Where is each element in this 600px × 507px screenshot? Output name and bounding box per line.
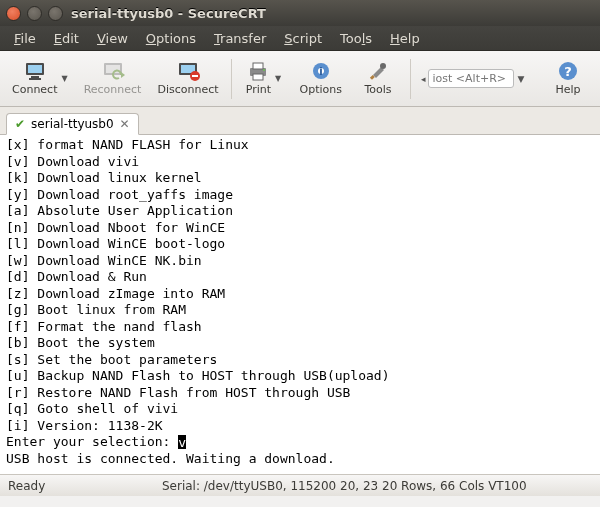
terminal-line: [x] format NAND FLASH for Linux bbox=[6, 137, 594, 154]
tools-label: Tools bbox=[364, 83, 391, 96]
connected-check-icon: ✔ bbox=[15, 117, 25, 131]
terminal-line: [k] Download linux kernel bbox=[6, 170, 594, 187]
menu-edit[interactable]: Edit bbox=[46, 29, 87, 48]
tab-serial-ttyusb0[interactable]: ✔ serial-ttyusb0 ✕ bbox=[6, 113, 139, 135]
terminal-line: USB host is connected. Waiting a downloa… bbox=[6, 451, 594, 468]
reconnect-icon bbox=[101, 61, 125, 81]
connect-button[interactable]: Connect ▼ bbox=[4, 55, 76, 103]
window-minimize-button[interactable] bbox=[27, 6, 42, 21]
menu-transfer[interactable]: Transfer bbox=[206, 29, 274, 48]
options-icon: i bbox=[310, 61, 332, 81]
svg-rect-10 bbox=[192, 75, 198, 77]
svg-marker-6 bbox=[121, 72, 125, 78]
window-controls bbox=[6, 6, 63, 21]
terminal-line: [n] Download Nboot for WinCE bbox=[6, 220, 594, 237]
menu-bar: File Edit View Options Transfer Script T… bbox=[0, 26, 600, 51]
svg-point-14 bbox=[263, 69, 265, 71]
menu-view[interactable]: View bbox=[89, 29, 136, 48]
toolbar: Connect ▼ Reconnect Disconnect Print ▼ i… bbox=[0, 51, 600, 107]
toolbar-separator bbox=[410, 59, 411, 99]
cursor: v bbox=[178, 435, 186, 449]
svg-text:?: ? bbox=[564, 64, 572, 79]
host-history-right-icon[interactable]: ▼ bbox=[518, 74, 525, 84]
connect-icon bbox=[23, 61, 47, 81]
print-icon bbox=[246, 61, 270, 81]
host-input[interactable]: iost <Alt+R> bbox=[428, 69, 514, 88]
menu-tools[interactable]: Tools bbox=[332, 29, 380, 48]
terminal-line: [z] Download zImage into RAM bbox=[6, 286, 594, 303]
tab-bar: ✔ serial-ttyusb0 ✕ bbox=[0, 107, 600, 135]
terminal-line: [g] Boot linux from RAM bbox=[6, 302, 594, 319]
help-icon: ? bbox=[557, 61, 579, 81]
host-history-left-icon[interactable]: ◂ bbox=[421, 74, 426, 84]
terminal-line: [d] Download & Run bbox=[6, 269, 594, 286]
help-button[interactable]: ? Help bbox=[540, 55, 596, 103]
options-button[interactable]: i Options bbox=[292, 55, 350, 103]
terminal-line: [s] Set the boot parameters bbox=[6, 352, 594, 369]
window-maximize-button[interactable] bbox=[48, 6, 63, 21]
print-label: Print bbox=[246, 83, 271, 96]
terminal-prompt-line: Enter your selection: v bbox=[6, 434, 594, 451]
tab-label: serial-ttyusb0 bbox=[31, 117, 114, 131]
terminal-line: [a] Absolute User Application bbox=[6, 203, 594, 220]
tab-close-button[interactable]: ✕ bbox=[120, 117, 130, 131]
svg-rect-12 bbox=[253, 63, 263, 69]
terminal-line: [u] Backup NAND Flash to HOST through US… bbox=[6, 368, 594, 385]
window-titlebar: serial-ttyusb0 - SecureCRT bbox=[0, 0, 600, 26]
connect-label: Connect bbox=[12, 83, 57, 96]
disconnect-button[interactable]: Disconnect bbox=[149, 55, 226, 103]
window-title: serial-ttyusb0 - SecureCRT bbox=[71, 6, 266, 21]
tools-icon bbox=[367, 61, 389, 81]
svg-rect-2 bbox=[31, 76, 39, 78]
tools-button[interactable]: Tools bbox=[350, 55, 406, 103]
svg-rect-3 bbox=[29, 78, 41, 80]
toolbar-separator bbox=[231, 59, 232, 99]
chevron-down-icon: ▼ bbox=[275, 74, 281, 83]
terminal-line: [r] Restore NAND Flash from HOST through… bbox=[6, 385, 594, 402]
options-label: Options bbox=[300, 83, 342, 96]
menu-script[interactable]: Script bbox=[276, 29, 330, 48]
terminal-line: [b] Boot the system bbox=[6, 335, 594, 352]
window-close-button[interactable] bbox=[6, 6, 21, 21]
reconnect-label: Reconnect bbox=[84, 83, 142, 96]
chevron-down-icon: ▼ bbox=[61, 74, 67, 83]
reconnect-button: Reconnect bbox=[76, 55, 150, 103]
terminal-line: [i] Version: 1138-2K bbox=[6, 418, 594, 435]
menu-options[interactable]: Options bbox=[138, 29, 204, 48]
svg-rect-13 bbox=[253, 74, 263, 80]
menu-help[interactable]: Help bbox=[382, 29, 428, 48]
print-button[interactable]: Print ▼ bbox=[236, 55, 292, 103]
terminal-line: [q] Goto shell of vivi bbox=[6, 401, 594, 418]
help-label: Help bbox=[555, 83, 580, 96]
disconnect-label: Disconnect bbox=[157, 83, 218, 96]
terminal-line: [w] Download WinCE NK.bin bbox=[6, 253, 594, 270]
disconnect-icon bbox=[176, 61, 200, 81]
status-bar: Ready Serial: /dev/ttyUSB0, 115200 20, 2… bbox=[0, 474, 600, 496]
terminal-line: [v] Download vivi bbox=[6, 154, 594, 171]
status-connection-info: Serial: /dev/ttyUSB0, 115200 20, 23 20 R… bbox=[162, 479, 527, 493]
menu-file[interactable]: File bbox=[6, 29, 44, 48]
terminal-line: [f] Format the nand flash bbox=[6, 319, 594, 336]
svg-point-18 bbox=[380, 63, 386, 69]
terminal-line: [y] Download root_yaffs image bbox=[6, 187, 594, 204]
status-ready: Ready bbox=[8, 479, 138, 493]
svg-rect-1 bbox=[28, 65, 42, 73]
terminal-output[interactable]: [x] format NAND FLASH for Linux[v] Downl… bbox=[0, 135, 600, 474]
terminal-line: [l] Download WinCE boot-logo bbox=[6, 236, 594, 253]
svg-text:i: i bbox=[319, 66, 322, 77]
